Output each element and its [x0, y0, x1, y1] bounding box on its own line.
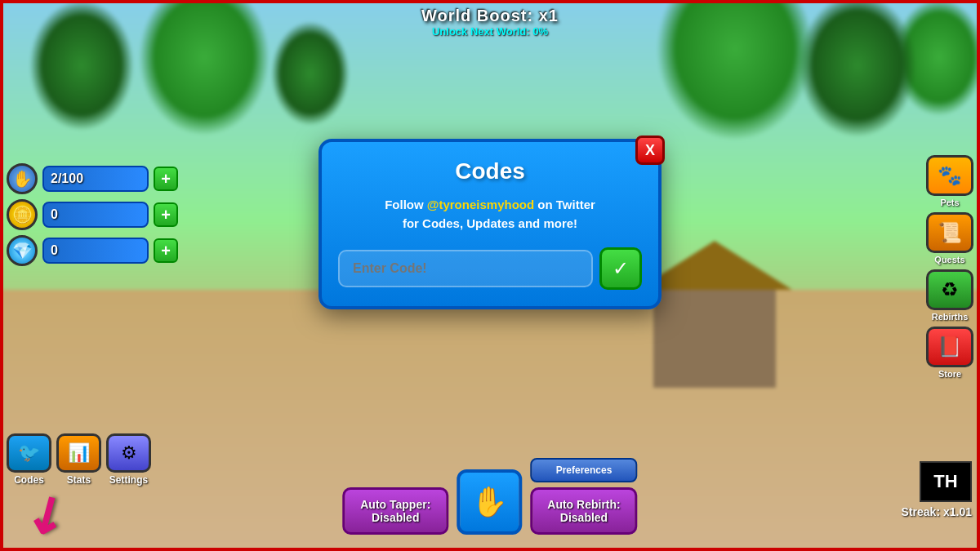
auto-rebirth-button[interactable]: Auto Rebirth: Disabled [530, 487, 637, 535]
streak-text: Streak: x1.01 [902, 505, 972, 518]
quests-icon: 📜 [926, 212, 973, 253]
hand-stat-row: ✋ 2/100 + [7, 163, 178, 194]
stats-icon: 📊 [56, 433, 101, 473]
center-tap-button[interactable]: ✋ [457, 469, 522, 535]
th-logo: TH [920, 461, 972, 502]
store-button[interactable]: 📕 Store [926, 327, 973, 379]
settings-button[interactable]: ⚙ Settings [106, 433, 151, 486]
coin-stat-row: 🪙 0 + [7, 199, 178, 230]
preferences-section: Preferences Auto Rebirth: Disabled [530, 458, 637, 535]
rebirths-label: Rebirths [932, 312, 969, 322]
hand-plus-button[interactable]: + [154, 167, 178, 191]
pets-icon: 🐾 [926, 155, 973, 196]
stats-button[interactable]: 📊 Stats [56, 433, 101, 486]
right-panel: 🐾 Pets 📜 Quests ♻ Rebirths 📕 Store [926, 155, 973, 379]
rebirths-icon: ♻ [926, 269, 973, 310]
preferences-button[interactable]: Preferences [530, 458, 637, 482]
quests-label: Quests [934, 255, 964, 264]
rebirths-button[interactable]: ♻ Rebirths [926, 269, 973, 322]
dialog-close-button[interactable]: X [635, 136, 665, 165]
code-input[interactable] [338, 250, 593, 287]
bottom-center: Auto Tapper: Disabled ✋ Preferences Auto… [342, 458, 637, 535]
coin-icon: 🪙 [7, 199, 38, 230]
left-panel: ✋ 2/100 + 🪙 0 + 💎 0 + [7, 163, 178, 266]
dialog-description: Follow @tyroneismyhood on Twitter for Co… [338, 196, 642, 233]
hand-icon: ✋ [7, 163, 38, 194]
gem-plus-button[interactable]: + [154, 238, 178, 263]
dialog-input-row: ✓ [338, 247, 642, 290]
store-icon: 📕 [926, 327, 973, 367]
pets-button[interactable]: 🐾 Pets [926, 155, 973, 207]
twitter-handle: @tyroneismyhood [427, 198, 534, 211]
dialog-title: Codes [338, 158, 642, 184]
desc-suffix: on Twitter [534, 198, 595, 211]
world-boost-subtitle: Unlock Next World: 0% [421, 25, 559, 38]
auto-tapper-line1: Auto Tapper: [359, 498, 431, 511]
settings-icon: ⚙ [106, 433, 151, 473]
desc-line3: for Codes, Updates and more! [403, 216, 577, 230]
codes-button[interactable]: 🐦 Codes [7, 433, 51, 486]
gem-icon: 💎 [7, 235, 38, 266]
twitter-icon: 🐦 [7, 433, 51, 473]
pets-label: Pets [940, 198, 959, 207]
settings-label: Settings [109, 474, 148, 486]
gem-stat-row: 💎 0 + [7, 235, 178, 266]
store-label: Store [938, 369, 961, 379]
top-bar: World Boost: x1 Unlock Next World: 0% [421, 7, 559, 38]
hand-stat-bar: 2/100 [42, 166, 149, 192]
stats-label: Stats [67, 474, 91, 486]
tap-hand-icon: ✋ [471, 485, 508, 519]
coin-stat-bar: 0 [42, 202, 149, 228]
codes-dialog: X Codes Follow @tyroneismyhood on Twitte… [318, 139, 662, 309]
submit-code-button[interactable]: ✓ [599, 247, 642, 290]
quests-button[interactable]: 📜 Quests [926, 212, 973, 264]
auto-tapper-line2: Disabled [359, 511, 431, 524]
auto-rebirth-line2: Disabled [547, 511, 620, 524]
world-boost-title: World Boost: x1 [421, 7, 559, 25]
bottom-left-buttons: 🐦 Codes 📊 Stats ⚙ Settings [7, 433, 151, 486]
auto-tapper-button[interactable]: Auto Tapper: Disabled [342, 487, 448, 535]
desc-prefix: Follow [385, 198, 427, 211]
auto-rebirth-line1: Auto Rebirth: [547, 498, 620, 511]
coin-plus-button[interactable]: + [154, 202, 178, 227]
gem-stat-bar: 0 [42, 238, 149, 264]
